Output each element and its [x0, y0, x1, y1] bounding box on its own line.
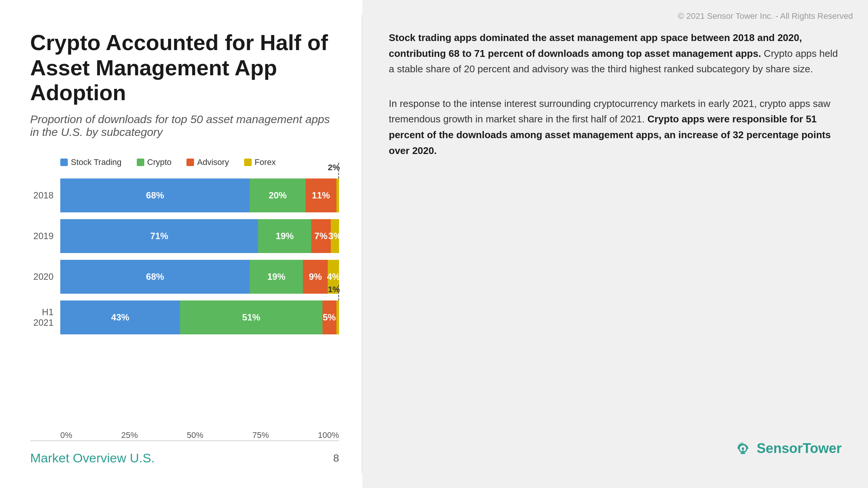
- bar-segment-forex-1: 3%: [331, 219, 339, 253]
- year-label-3: H1 2021: [30, 307, 60, 328]
- chart-body: 201868%20%11%2%201971%19%7%3%202068%19%9…: [30, 178, 339, 427]
- subtitle: Proportion of downloads for top 50 asset…: [30, 113, 339, 139]
- bottom-bar: Market Overview U.S. 8: [30, 440, 339, 465]
- legend-stock: Stock Trading: [60, 157, 122, 167]
- bar-segment-stock-3: 43%: [60, 300, 180, 334]
- bar-segment-advisory-2: 9%: [303, 260, 328, 294]
- bar-label-advisory-2: 9%: [309, 271, 322, 282]
- year-label-0: 2018: [30, 190, 60, 201]
- bar-container-0: 68%20%11%2%: [60, 178, 339, 212]
- legend-label-stock: Stock Trading: [71, 157, 122, 167]
- main-title: Crypto Accounted for Half of Asset Manag…: [30, 30, 339, 105]
- bar-label-stock-2: 68%: [146, 271, 164, 282]
- legend-label-forex: Forex: [255, 157, 276, 167]
- bar-segment-crypto-0: 20%: [250, 178, 306, 212]
- dashed-line-3: [338, 285, 339, 300]
- logo-sensor: Sensor: [757, 441, 803, 456]
- bar-label-forex-2: 4%: [327, 271, 340, 282]
- logo-text: SensorTower: [757, 441, 842, 456]
- right-para-1: Stock trading apps dominated the asset m…: [389, 30, 842, 77]
- chart-row-2018: 201868%20%11%2%: [30, 178, 339, 212]
- legend-dot-forex: [244, 159, 252, 166]
- bar-segment-crypto-1: 19%: [258, 219, 311, 253]
- right-panel: Stock trading apps dominated the asset m…: [362, 0, 868, 488]
- bar-label-advisory-0: 11%: [312, 190, 330, 201]
- bar-label-advisory-1: 7%: [315, 231, 328, 241]
- bar-segment-stock-2: 68%: [60, 260, 250, 294]
- bar-label-crypto-2: 19%: [267, 271, 285, 282]
- legend-label-advisory: Advisory: [197, 157, 229, 167]
- slide: © 2021 Sensor Tower Inc. - All Rights Re…: [0, 0, 868, 488]
- logo-tower: Tower: [803, 441, 842, 456]
- bar-label-stock-3: 43%: [111, 312, 129, 323]
- bar-segment-advisory-0: 11%: [306, 178, 336, 212]
- legend-dot-crypto: [137, 159, 144, 166]
- bar-segment-crypto-2: 19%: [250, 260, 303, 294]
- bar-container-1: 71%19%7%3%: [60, 219, 339, 253]
- legend-dot-stock: [60, 159, 68, 166]
- bar-label-advisory-3: 5%: [323, 312, 336, 323]
- x-tick-4: 100%: [318, 430, 339, 440]
- chart-row-2019: 201971%19%7%3%: [30, 219, 339, 253]
- bar-label-forex-1: 3%: [329, 231, 342, 241]
- x-tick-3: 75%: [252, 430, 269, 440]
- sensor-tower-logo: SensorTower: [734, 439, 842, 458]
- right-bottom: SensorTower: [389, 439, 842, 458]
- legend-label-crypto: Crypto: [147, 157, 172, 167]
- bar-segment-advisory-1: 7%: [311, 219, 331, 253]
- bar-segment-crypto-3: 51%: [180, 300, 322, 334]
- dashed-line-0: [338, 163, 339, 178]
- year-label-1: 2019: [30, 231, 60, 241]
- x-axis: 0%25%50%75%100%: [60, 430, 339, 440]
- x-tick-2: 50%: [187, 430, 203, 440]
- bar-label-stock-1: 71%: [150, 231, 168, 241]
- page-number: 8: [333, 452, 339, 464]
- right-para-2-bold: Crypto apps were responsible for 51 perc…: [389, 113, 831, 156]
- chart-row-H12021: H1 202143%51%5%1%: [30, 300, 339, 334]
- bar-label-crypto-0: 20%: [269, 190, 287, 201]
- x-tick-1: 25%: [121, 430, 138, 440]
- sensor-tower-icon: [734, 439, 752, 458]
- bar-segment-advisory-3: 5%: [322, 300, 336, 334]
- right-para-2: In response to the intense interest surr…: [389, 96, 842, 159]
- copyright-text: © 2021 Sensor Tower Inc. - All Rights Re…: [678, 11, 853, 21]
- bar-label-stock-0: 68%: [146, 190, 164, 201]
- chart-row-2020: 202068%19%9%4%: [30, 260, 339, 294]
- chart-area: Stock Trading Crypto Advisory Forex 2018…: [30, 157, 339, 440]
- bar-container-2: 68%19%9%4%: [60, 260, 339, 294]
- bar-segment-stock-1: 71%: [60, 219, 258, 253]
- right-text-block: Stock trading apps dominated the asset m…: [389, 30, 842, 424]
- chart-legend: Stock Trading Crypto Advisory Forex: [60, 157, 339, 167]
- left-panel: Crypto Accounted for Half of Asset Manag…: [0, 0, 362, 488]
- legend-crypto: Crypto: [137, 157, 172, 167]
- bar-container-3: 43%51%5%1%: [60, 300, 339, 334]
- bar-segment-forex-0: [336, 178, 339, 212]
- bar-segment-forex-3: [336, 300, 339, 334]
- market-overview-label: Market Overview U.S.: [30, 451, 155, 465]
- legend-dot-advisory: [186, 159, 194, 166]
- year-label-2: 2020: [30, 271, 60, 282]
- x-tick-0: 0%: [60, 430, 72, 440]
- right-para-1-bold: Stock trading apps dominated the asset m…: [389, 32, 802, 59]
- bar-label-crypto-3: 51%: [242, 312, 260, 323]
- bar-segment-stock-0: 68%: [60, 178, 250, 212]
- legend-advisory: Advisory: [186, 157, 229, 167]
- bar-label-crypto-1: 19%: [276, 231, 294, 241]
- legend-forex: Forex: [244, 157, 276, 167]
